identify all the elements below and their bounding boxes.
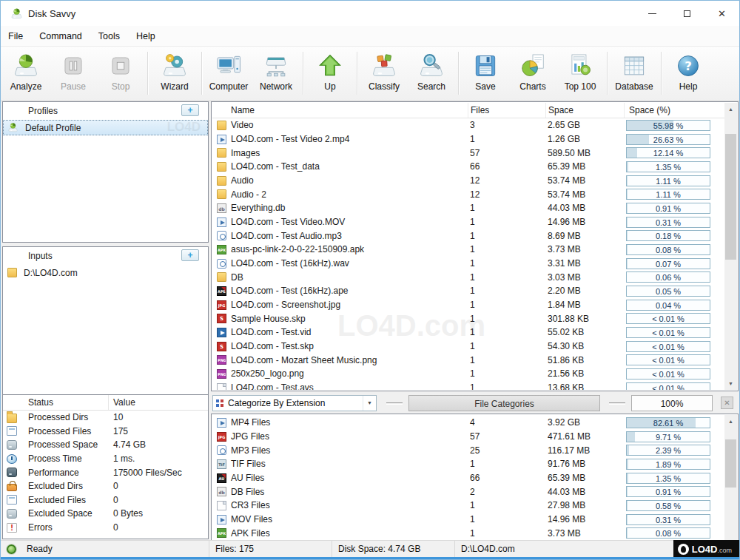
lo4d-logo-icon <box>678 544 689 555</box>
file-list-row[interactable]: PNGLO4D.com - Mozart Sheet Music.png151.… <box>212 353 724 367</box>
toolbar-pause-button[interactable]: Pause <box>50 50 97 97</box>
toolbar-computer-button[interactable]: Computer <box>205 50 252 97</box>
category-list-row[interactable]: AUAU Files6665.39 MB1.35 % <box>212 471 724 485</box>
file-list-row[interactable]: DB13.03 MB0.06 % <box>212 270 724 284</box>
file-list-row[interactable]: PNG250x250_logo.png121.56 KB< 0.01 % <box>212 367 724 381</box>
toolbar-up-button[interactable]: Up <box>306 50 354 97</box>
file-list-row[interactable]: Audio1253.74 MB1.11 % <box>212 174 724 188</box>
input-item[interactable]: D:\LO4D.com <box>3 265 208 280</box>
file-list-row[interactable]: Images57589.50 MB12.14 % <box>212 146 724 160</box>
file-list-row[interactable]: LO4D.com - Test.avs113.68 KB< 0.01 % <box>212 381 724 390</box>
name-cell: MP3 Files <box>212 445 468 456</box>
file-list-row[interactable]: LO4D.com - Test.vid155.02 KB< 0.01 % <box>212 325 724 340</box>
profile-item-label: Default Profile <box>25 123 81 133</box>
space-percent-cell: 55.98 % <box>624 120 724 131</box>
file-name: MOV Files <box>231 514 272 524</box>
file-list-row[interactable]: LO4D.com - Test Video 2.mp411.26 GB26.63… <box>212 132 724 146</box>
category-list-scrollbar: ▲ ▼ <box>724 415 737 560</box>
scroll-track[interactable] <box>724 115 737 377</box>
toolbar-search-button[interactable]: Search <box>408 50 455 97</box>
file-list-row[interactable]: Audio - 21253.74 MB1.11 % <box>212 187 724 201</box>
name-cell: APKAPK Files <box>212 528 468 539</box>
tif-file-icon: TIF <box>217 459 226 469</box>
wav-file-icon <box>217 259 226 269</box>
file-list-row[interactable]: SSample House.skp1301.88 KB< 0.01 % <box>212 311 724 325</box>
name-cell: LO4D.com - Test Video 2.mp4 <box>212 134 468 144</box>
menu-item-command[interactable]: Command <box>39 31 91 41</box>
toolbar-charts-button[interactable]: Charts <box>509 50 556 97</box>
scroll-thumb[interactable] <box>725 134 736 260</box>
splitter-grip[interactable] <box>386 402 403 405</box>
toolbar-help-button[interactable]: ?Help <box>665 50 712 97</box>
toolbar-classify-button[interactable]: Classify <box>360 50 408 97</box>
space-percent-label: < 0.01 % <box>627 355 710 365</box>
profile-item[interactable]: Default Profile <box>3 120 208 135</box>
category-list-row[interactable]: MOV Files114.96 MB0.31 % <box>212 513 724 527</box>
space-percent-label: 1.35 % <box>627 473 710 484</box>
column-header-value[interactable]: Value <box>109 397 135 408</box>
file-list-row[interactable]: APKasus-pc-link-2-0-0-22-150909.apk13.73… <box>212 243 724 257</box>
doc-file-icon <box>217 501 226 510</box>
toolbar-top-100-button[interactable]: Top 100 <box>556 50 604 97</box>
category-list-row[interactable]: JPGJPG Files57471.61 MB9.71 % <box>212 430 724 444</box>
scroll-down-icon[interactable]: ▼ <box>724 377 737 390</box>
toolbar-button-label: Network <box>260 81 292 92</box>
file-list-row[interactable]: LO4D.com - Test Audio.mp318.69 MB0.18 % <box>212 229 724 243</box>
file-list-row[interactable]: dbEverything.db144.03 MB0.91 % <box>212 201 724 215</box>
file-list-row[interactable]: Video32.65 GB55.98 % <box>212 118 724 132</box>
space-percent-bar: 9.71 % <box>626 431 710 442</box>
file-list-row[interactable]: SLO4D.com - Test.skp154.30 KB< 0.01 % <box>212 340 724 354</box>
minimize-icon <box>648 13 656 14</box>
menu-bar: FileCommandToolsHelp <box>1 26 739 47</box>
minimize-button[interactable] <box>635 1 670 26</box>
file-list-row[interactable]: LO4D.com - Test Video.MOV114.96 MB0.31 % <box>212 215 724 229</box>
name-cell: MP4 Files <box>212 417 468 428</box>
category-list-row[interactable]: dbDB Files244.03 MB0.91 % <box>212 485 724 499</box>
scroll-thumb[interactable] <box>725 439 736 488</box>
column-header-name[interactable]: Name <box>212 103 468 118</box>
space-percent-cell: 0.31 % <box>624 514 724 525</box>
toolbar-database-button[interactable]: Database <box>610 50 658 97</box>
category-list-row[interactable]: APKAPK Files13.73 MB0.08 % <box>212 526 724 540</box>
toolbar-network-button[interactable]: Network <box>252 50 300 97</box>
column-header-files[interactable]: Files <box>468 103 545 118</box>
category-list-row[interactable]: MP3 Files25116.17 MB2.39 % <box>212 443 724 457</box>
file-list-row[interactable]: LO4D.com - Test (16kHz).wav13.31 MB0.07 … <box>212 257 724 271</box>
menu-item-tools[interactable]: Tools <box>98 31 129 41</box>
category-list-row[interactable]: CR3 Files127.98 MB0.58 % <box>212 499 724 513</box>
toolbar-save-button[interactable]: Save <box>462 50 509 97</box>
window-title: Disk Savvy <box>28 8 75 19</box>
status-table-row: Process Time1 ms. <box>3 452 208 466</box>
column-header-space[interactable]: Space <box>545 103 624 118</box>
categorize-dropdown[interactable]: Categorize By Extension ▼ <box>212 395 377 411</box>
column-header-space-percent[interactable]: Space (%) <box>624 103 724 118</box>
doc-file-icon <box>217 383 226 390</box>
category-list-row[interactable]: MP4 Files43.92 GB82.61 % <box>212 416 724 430</box>
toolbar-stop-button[interactable]: Stop <box>97 50 144 97</box>
menu-item-file[interactable]: File <box>8 31 32 41</box>
close-category-panel-button[interactable]: ✕ <box>721 397 733 409</box>
toolbar-analyze-button[interactable]: Analyze <box>2 50 50 97</box>
toolbar-wizard-button[interactable]: Wizard <box>151 50 198 97</box>
category-list-row[interactable]: TIFTIF Files191.76 MB1.89 % <box>212 457 724 471</box>
file-list-row[interactable]: JPGLO4D.com - Screenshot.jpg11.84 MB0.04… <box>212 298 724 312</box>
close-button[interactable]: ✕ <box>704 1 739 26</box>
splitter-grip[interactable] <box>609 402 625 405</box>
file-list-row[interactable]: LO4D.com - Test_data6665.39 MB1.35 % <box>212 160 724 174</box>
file-categories-button[interactable]: File Categories <box>408 395 600 411</box>
zoom-level-button[interactable]: 100% <box>631 395 713 411</box>
scroll-up-icon[interactable]: ▲ <box>724 103 737 115</box>
file-list-row[interactable]: APELO4D.com - Test (16kHz).ape12.20 MB0.… <box>212 284 724 298</box>
maximize-button[interactable] <box>670 1 704 26</box>
scroll-up-icon[interactable]: ▲ <box>724 415 737 428</box>
space-percent-bar: 0.31 % <box>626 217 710 228</box>
column-header-status[interactable]: Status <box>3 395 109 410</box>
files-count-cell: 1 <box>468 528 545 539</box>
add-profile-button[interactable]: + <box>181 104 199 116</box>
maximize-icon <box>684 10 690 17</box>
name-cell: PNGLO4D.com - Mozart Sheet Music.png <box>212 355 468 365</box>
menu-item-help[interactable]: Help <box>136 31 164 41</box>
files-count-cell: 1 <box>468 368 545 379</box>
space-percent-label: 12.14 % <box>627 148 710 158</box>
add-input-button[interactable]: + <box>181 249 199 261</box>
